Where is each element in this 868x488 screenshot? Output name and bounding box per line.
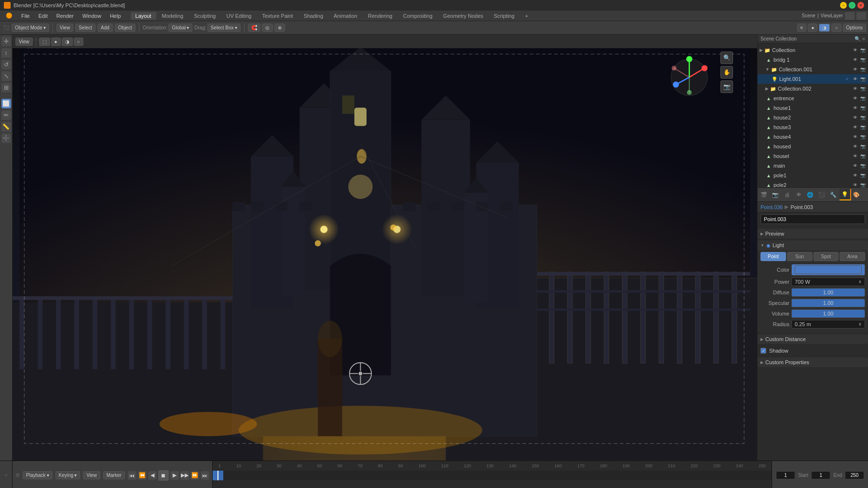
- current-frame-input[interactable]: [776, 471, 795, 479]
- object-button[interactable]: Object: [115, 24, 136, 32]
- proportional-btn[interactable]: ◎: [262, 24, 273, 32]
- power-arrow[interactable]: ⬍: [858, 280, 862, 284]
- outliner-item-collection001[interactable]: ▼ 📁 Collection.001 👁 📷: [758, 65, 868, 74]
- prop-icon-object[interactable]: ⬛: [816, 189, 828, 200]
- light-type-spot[interactable]: Spot: [814, 252, 839, 261]
- stop-btn[interactable]: ⏹: [158, 470, 169, 481]
- outliner-item-collection002[interactable]: ▶ 📁 Collection.002 👁 📷: [758, 84, 868, 93]
- minimize-button[interactable]: −: [840, 2, 847, 9]
- viewport[interactable]: View ⬚ ● ◑ ○: [13, 35, 757, 461]
- camera-btn-13[interactable]: 📷: [859, 172, 866, 179]
- check-btn-3[interactable]: ✓: [844, 76, 851, 82]
- light-type-sun[interactable]: Sun: [787, 252, 813, 261]
- start-frame-input[interactable]: [811, 471, 830, 479]
- menu-edit[interactable]: Edit: [35, 12, 52, 20]
- eye-btn-12[interactable]: 👁: [852, 162, 858, 169]
- workspace-layout[interactable]: Layout: [131, 12, 156, 20]
- outliner-options-btn[interactable]: ≡: [862, 36, 865, 41]
- breadcrumb-point036[interactable]: Point.036: [760, 204, 783, 210]
- light-header[interactable]: ▼ ◉ Light: [758, 240, 868, 250]
- camera-btn-11[interactable]: 📷: [859, 153, 866, 159]
- close-button[interactable]: ✕: [857, 2, 864, 9]
- view-button[interactable]: View: [56, 24, 74, 32]
- camera-btn-9[interactable]: 📷: [859, 133, 866, 140]
- vp-rendered-btn[interactable]: ○: [74, 38, 83, 46]
- keying-dropdown[interactable]: Keying ▾: [55, 471, 81, 479]
- outliner-item-bridg1[interactable]: ▲ bridg 1 👁 📷: [758, 55, 868, 65]
- custom-properties-header[interactable]: ▶ Custom Properties: [758, 357, 868, 367]
- snap-btn[interactable]: 🧲: [248, 24, 260, 32]
- outliner-item-housed[interactable]: ▲ housed 👁 📷: [758, 142, 868, 151]
- overlay-btn[interactable]: ≡: [797, 24, 807, 32]
- workspace-texture-paint[interactable]: Texture Paint: [257, 12, 298, 20]
- zoom-in-btn[interactable]: 🔍: [720, 52, 733, 64]
- eye-btn-6[interactable]: 👁: [852, 105, 858, 111]
- camera-btn-14[interactable]: 📷: [859, 182, 866, 188]
- radius-value[interactable]: 0.25 m ⬍: [791, 320, 865, 329]
- eye-btn-13[interactable]: 👁: [852, 172, 858, 179]
- workspace-rendering[interactable]: Rendering: [363, 12, 397, 20]
- eye-btn-14[interactable]: 👁: [852, 182, 858, 188]
- specular-value[interactable]: 1.00: [791, 299, 865, 307]
- menu-window[interactable]: Window: [79, 12, 105, 20]
- titlebar-controls[interactable]: − □ ✕: [840, 2, 864, 9]
- scene-selector[interactable]: [845, 12, 854, 20]
- camera-btn-7[interactable]: 📷: [859, 114, 866, 121]
- outliner-item-house2[interactable]: ▲ house2 👁 📷: [758, 113, 868, 122]
- rendered-btn[interactable]: ○: [831, 24, 841, 32]
- camera-btn-5[interactable]: 📷: [859, 95, 866, 102]
- object-name-field[interactable]: [760, 214, 865, 224]
- end-frame-input[interactable]: [845, 471, 864, 479]
- eye-btn-8[interactable]: 👁: [852, 124, 858, 131]
- workspace-uv-editing[interactable]: UV Editing: [221, 12, 256, 20]
- camera-btn-2[interactable]: 📷: [859, 66, 866, 73]
- outliner-item-light001[interactable]: 💡 Light.001 ✓ 👁 📷: [758, 74, 868, 84]
- maximize-button[interactable]: □: [849, 2, 855, 9]
- vp-wireframe-btn[interactable]: ⬚: [39, 38, 50, 46]
- move-tool[interactable]: ↕: [1, 48, 11, 58]
- light-type-area[interactable]: Area: [840, 252, 865, 261]
- workspace-sculpting[interactable]: Sculpting: [189, 12, 220, 20]
- radius-arrow[interactable]: ⬍: [858, 322, 862, 327]
- add-object-tool[interactable]: ➕: [1, 133, 11, 143]
- view-dropdown[interactable]: View: [83, 471, 100, 479]
- outliner-item-entrence[interactable]: ▲ entrence 👁 📷: [758, 93, 868, 103]
- outliner-filter-btn[interactable]: 🔍: [854, 36, 860, 41]
- shading-btn[interactable]: ●: [808, 24, 817, 32]
- eye-btn-2[interactable]: 👁: [852, 66, 858, 73]
- jump-end-btn[interactable]: ⏭: [201, 471, 209, 480]
- drag-selector[interactable]: Select Box ▾: [207, 24, 241, 32]
- power-value[interactable]: 700 W ⬍: [791, 277, 865, 286]
- prev-frame-btn[interactable]: ⏪: [138, 471, 147, 480]
- prop-icon-output[interactable]: 🖨: [782, 189, 793, 200]
- prev-keyframe-btn[interactable]: ◀: [148, 471, 157, 480]
- light-type-point[interactable]: Point: [760, 252, 786, 261]
- preview-header[interactable]: ▶ Preview: [758, 229, 868, 238]
- eye-btn-3[interactable]: 👁: [852, 76, 858, 82]
- camera-btn-0[interactable]: 📷: [859, 47, 866, 53]
- camera-btn-3[interactable]: 📷: [859, 76, 866, 82]
- outliner-item-collection[interactable]: ▶ 📁 Collection 👁 📷: [758, 45, 868, 55]
- jump-start-btn[interactable]: ⏮: [128, 471, 136, 480]
- camera-btn-12[interactable]: 📷: [859, 162, 866, 169]
- scale-tool[interactable]: ⤡: [1, 71, 11, 81]
- outliner-item-house3[interactable]: ▲ house3 👁 📷: [758, 122, 868, 132]
- play-all-btn[interactable]: ▶▶: [180, 471, 189, 480]
- eye-btn-1[interactable]: 👁: [852, 56, 858, 63]
- measure-tool[interactable]: 📏: [1, 122, 11, 132]
- transform-btn[interactable]: ⊕: [274, 24, 285, 32]
- viewport-scene[interactable]: Camera Perspective (1) Collection | Poin…: [13, 35, 757, 461]
- rotate-tool[interactable]: ↺: [1, 60, 11, 69]
- diffuse-value[interactable]: 1.00: [791, 288, 865, 297]
- eye-btn-7[interactable]: 👁: [852, 114, 858, 121]
- camera-btn-10[interactable]: 📷: [859, 143, 866, 150]
- next-frame-btn[interactable]: ⏩: [190, 471, 199, 480]
- outliner-item-pole2[interactable]: ▲ pole2 👁 📷: [758, 180, 868, 188]
- outliner-item-housel[interactable]: ▲ housel 👁 📷: [758, 151, 868, 161]
- outliner-item-pole1[interactable]: ▲ pole1 👁 📷: [758, 171, 868, 180]
- menu-help[interactable]: Help: [106, 12, 125, 20]
- annotate-tool[interactable]: ✏: [1, 110, 11, 120]
- add-button[interactable]: Add: [97, 24, 113, 32]
- camera-btn-8[interactable]: 📷: [859, 124, 866, 131]
- eye-btn-9[interactable]: 👁: [852, 133, 858, 140]
